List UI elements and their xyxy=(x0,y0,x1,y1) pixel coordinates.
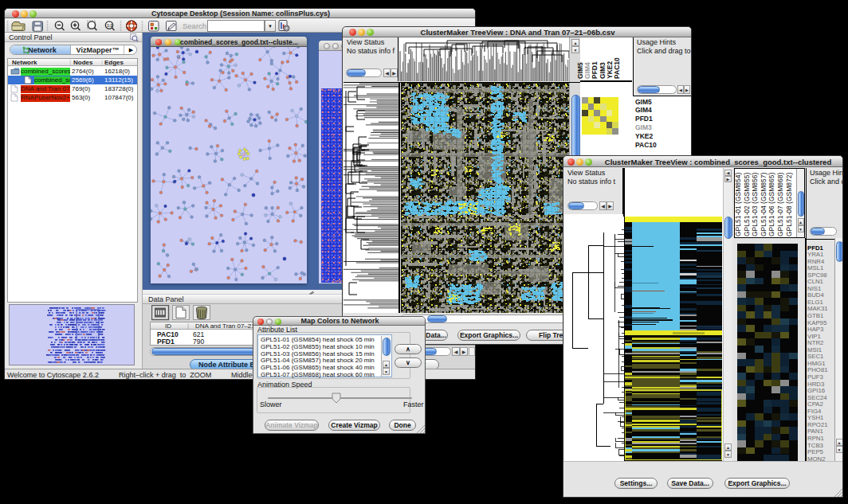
svg-text:1:1: 1:1 xyxy=(107,24,112,28)
